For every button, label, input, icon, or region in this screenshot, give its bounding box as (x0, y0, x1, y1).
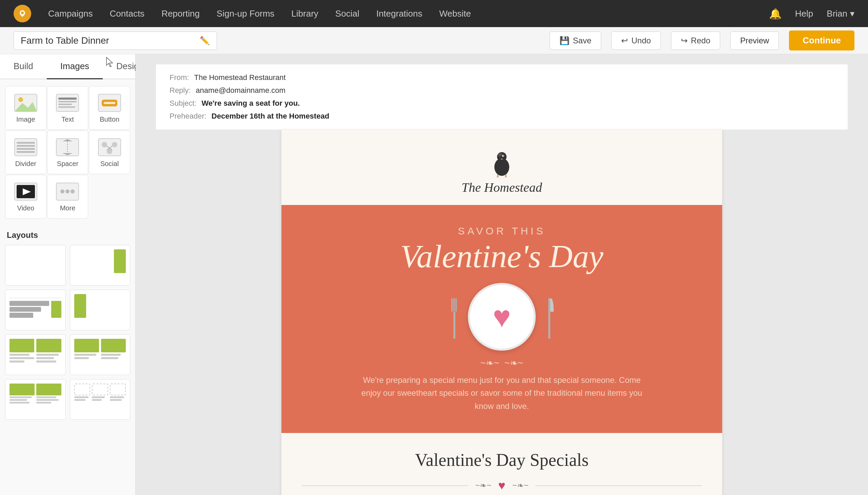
video-block-label: Video (17, 204, 34, 212)
meta-subject-value: We're saving a seat for you. (202, 99, 300, 108)
banner-swirls: ~❧~ ~❧~ (481, 357, 523, 369)
block-divider[interactable]: Divider (5, 131, 47, 174)
layout-card-2[interactable] (70, 245, 131, 286)
svg-rect-47 (451, 298, 453, 312)
svg-rect-46 (453, 312, 455, 339)
block-spacer[interactable]: Spacer (47, 131, 88, 174)
svg-point-39 (503, 155, 504, 156)
svg-rect-14 (17, 142, 35, 144)
block-image[interactable]: Image (5, 86, 47, 130)
divider-row: ~❧~ ♥ ~❧~ (302, 478, 702, 493)
undo-icon: ↩ (621, 36, 628, 46)
meta-preheader-label: Preheader: (169, 112, 206, 121)
nav-social[interactable]: Social (335, 8, 360, 19)
campaign-title-field[interactable]: Farm to Table Dinner ✏️ (14, 32, 217, 50)
meta-from-row: From: The Homestead Restaurant (169, 71, 834, 84)
svg-rect-5 (56, 94, 79, 112)
redo-button[interactable]: ↪ Redo (671, 32, 720, 50)
block-text[interactable]: Text (47, 86, 88, 130)
svg-point-36 (497, 152, 506, 161)
block-more[interactable]: More (47, 175, 88, 219)
nav-right: 🔔 Help Brian ▾ (769, 8, 854, 20)
social-block-icon (96, 137, 123, 157)
layout-card-4[interactable] (70, 290, 131, 330)
block-video[interactable]: Video (5, 175, 47, 219)
help-link[interactable]: Help (795, 8, 813, 19)
homestead-logo-text: The Homestead (462, 180, 542, 195)
fork-icon (449, 295, 460, 339)
spacer-block-icon (54, 137, 81, 157)
nav-signup-forms[interactable]: Sign-up Forms (217, 8, 274, 19)
svg-rect-16 (17, 148, 35, 150)
text-block-icon (54, 92, 81, 113)
notifications-icon[interactable]: 🔔 (769, 8, 782, 20)
svg-rect-7 (58, 101, 77, 102)
image-block-label: Image (16, 116, 35, 123)
social-block-label: Social (100, 160, 119, 168)
nav-library[interactable]: Library (291, 8, 318, 19)
layouts-grid (5, 245, 130, 420)
button-block-icon (96, 92, 123, 113)
layout-card-1[interactable] (5, 245, 66, 286)
nav-website[interactable]: Website (439, 8, 471, 19)
tab-images[interactable]: Images (47, 54, 103, 79)
panel-tabs: Build Images Design (0, 54, 135, 79)
meta-subject-label: Subject: (169, 99, 197, 108)
more-block-icon (54, 181, 81, 202)
spacer-block-label: Spacer (57, 160, 78, 168)
continue-button[interactable]: Continue (789, 31, 854, 50)
plate-scene: ♥ (449, 283, 554, 351)
meta-subject-row: Subject: We're saving a seat for you. (169, 97, 834, 110)
svg-point-32 (60, 189, 64, 193)
svg-point-3 (18, 97, 23, 102)
layout-card-8[interactable] (70, 379, 131, 420)
user-menu[interactable]: Brian ▾ (827, 8, 854, 19)
redo-icon: ↪ (681, 36, 688, 46)
layout-card-5[interactable] (5, 335, 66, 375)
meta-from-label: From: (169, 73, 189, 82)
svg-point-24 (112, 142, 117, 148)
nav-contacts[interactable]: Contacts (110, 8, 145, 19)
specials-section: Valentine's Day Specials ~❧~ ♥ ~❧~ [MENU… (281, 433, 722, 495)
campaign-title-text: Farm to Table Dinner (21, 35, 109, 46)
layouts-title: Layouts (5, 231, 130, 240)
image-block-icon (12, 92, 39, 113)
svg-rect-48 (453, 298, 455, 312)
nav-links: Campaigns Contacts Reporting Sign-up For… (48, 8, 752, 19)
knife-icon (544, 295, 554, 339)
layout-card-6[interactable] (70, 335, 131, 375)
block-button[interactable]: Button (89, 86, 130, 130)
user-chevron-icon: ▾ (850, 8, 854, 19)
nav-campaigns[interactable]: Campaigns (48, 8, 93, 19)
layouts-section: Layouts (0, 225, 135, 425)
block-social[interactable]: Social (89, 131, 130, 174)
nav-integrations[interactable]: Integrations (377, 8, 422, 19)
button-block-label: Button (100, 116, 119, 123)
app-logo[interactable] (14, 5, 31, 22)
main-area: Build Images Design Image (0, 54, 868, 495)
nav-reporting[interactable]: Reporting (162, 8, 200, 19)
heart-icon: ♥ (493, 300, 511, 335)
undo-button[interactable]: ↩ Undo (611, 32, 661, 50)
blocks-grid: Image Text (0, 79, 135, 225)
meta-reply-value: aname@domainname.com (196, 86, 285, 95)
svg-point-34 (70, 189, 74, 193)
meta-preheader-row: Preheader: December 16th at the Homestea… (169, 110, 834, 123)
save-button[interactable]: 💾 Save (550, 32, 601, 50)
preview-button[interactable]: Preview (730, 32, 779, 50)
divider-block-label: Divider (15, 160, 36, 168)
edit-title-icon[interactable]: ✏️ (200, 36, 210, 46)
tab-build[interactable]: Build (0, 54, 47, 79)
meta-preheader-value: December 16th at the Homestead (212, 112, 329, 121)
svg-rect-9 (58, 106, 75, 108)
layout-card-3[interactable] (5, 290, 66, 330)
layout-card-7[interactable] (5, 379, 66, 420)
svg-rect-17 (17, 151, 35, 153)
email-preview: The Homestead SAVOR THIS Valentine's Day (281, 130, 722, 495)
specials-title: Valentine's Day Specials (302, 450, 702, 470)
save-icon: 💾 (560, 36, 570, 46)
svg-point-33 (65, 189, 69, 193)
email-header: The Homestead (281, 130, 722, 205)
svg-rect-13 (15, 139, 37, 156)
svg-rect-50 (548, 298, 550, 339)
